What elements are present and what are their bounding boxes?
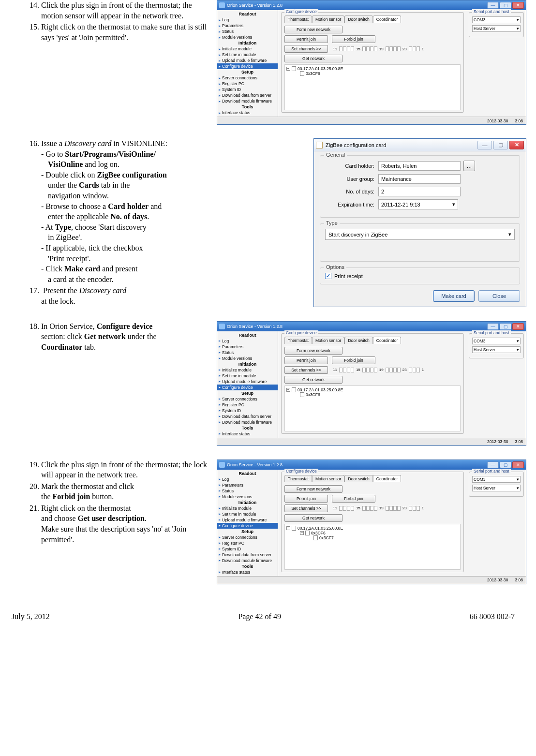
user-group-input[interactable]: Maintenance — [378, 174, 461, 184]
sidebar-item-diagnostics[interactable]: ▸Diagnostics — [217, 116, 278, 117]
tree-child-2[interactable]: 0x3CF7 — [319, 535, 334, 540]
sidebar-item-configure-device[interactable]: ▸Configure device — [217, 523, 278, 529]
tab-motion-sensor[interactable]: Motion sensor — [312, 15, 344, 23]
tab-door-switch[interactable]: Door switch — [344, 337, 372, 344]
sidebar-item-interface-status[interactable]: ▸Interface status — [217, 431, 278, 437]
maximize-button[interactable]: ▢ — [500, 323, 511, 330]
tree-minus-icon[interactable]: − — [300, 531, 304, 535]
close-button[interactable]: ✕ — [512, 2, 524, 9]
get-network-button[interactable]: Get network — [284, 55, 342, 62]
sidebar-item-module-versions[interactable]: ▸Module versions — [217, 34, 278, 40]
forbid-join-button[interactable]: Forbid join — [332, 35, 375, 43]
sidebar-item-register-pc[interactable]: ▸Register PC — [217, 402, 278, 408]
get-network-button[interactable]: Get network — [284, 514, 342, 522]
maximize-button[interactable]: ▢ — [493, 141, 508, 149]
sidebar-item-upload-firmware[interactable]: ▸Upload module firmware — [217, 379, 278, 385]
sidebar-item-download-firmware[interactable]: ▸Download module firmware — [217, 558, 278, 563]
no-of-days-input[interactable]: 2 — [378, 187, 461, 196]
sidebar-item-server-connections[interactable]: ▸Server connections — [217, 75, 278, 81]
sidebar-item-status[interactable]: ▸Status — [217, 29, 278, 34]
tree-child-1[interactable]: 0x3CF6 — [306, 71, 320, 76]
minimize-button[interactable]: — — [487, 2, 499, 9]
form-new-network-button[interactable]: Form new network — [284, 347, 342, 355]
tab-door-switch[interactable]: Door switch — [344, 15, 372, 23]
com-port-select[interactable]: COM3▾ — [472, 476, 521, 483]
sidebar-item-status[interactable]: ▸Status — [217, 488, 278, 494]
sidebar-item-system-id[interactable]: ▸System ID — [217, 408, 278, 414]
sidebar-item-parameters[interactable]: ▸Parameters — [217, 344, 278, 350]
host-select[interactable]: Host Server▾ — [472, 25, 521, 32]
sidebar-item-download-data[interactable]: ▸Download data from server — [217, 552, 278, 558]
tab-coordinator[interactable]: Coordinator — [373, 475, 401, 482]
print-receipt-checkbox[interactable]: ✓ Print receipt — [325, 273, 515, 279]
sidebar-item-download-firmware[interactable]: ▸Download module firmware — [217, 98, 278, 104]
sidebar-item-log[interactable]: ▸Log — [217, 476, 278, 482]
sidebar-item-register-pc[interactable]: ▸Register PC — [217, 81, 278, 87]
browse-card-holder-button[interactable]: … — [463, 161, 475, 171]
sidebar-item-configure-device[interactable]: ▸Configure device — [217, 385, 278, 390]
sidebar-item-interface-status[interactable]: ▸Interface status — [217, 110, 278, 116]
network-tree[interactable]: −00.17.2A.01.03.25.00.8E 0x3CF6 — [284, 64, 461, 110]
minimize-button[interactable]: — — [487, 323, 499, 330]
sidebar-item-system-id[interactable]: ▸System ID — [217, 546, 278, 552]
tab-thermostat[interactable]: Thermostat — [284, 15, 312, 23]
set-channels-button[interactable]: Set channels >> — [284, 504, 328, 512]
sidebar-item-set-time[interactable]: ▸Set time in module — [217, 511, 278, 517]
tree-minus-icon[interactable]: − — [286, 388, 290, 392]
card-holder-input[interactable]: Roberts, Helen — [378, 161, 461, 171]
sidebar-item-set-time[interactable]: ▸Set time in module — [217, 52, 278, 58]
sidebar-item-status[interactable]: ▸Status — [217, 350, 278, 356]
sidebar-item-interface-status[interactable]: ▸Interface status — [217, 569, 278, 575]
tab-coordinator[interactable]: Coordinator — [373, 15, 401, 23]
sidebar-item-initialize[interactable]: ▸Initialize module — [217, 505, 278, 511]
sidebar-item-register-pc[interactable]: ▸Register PC — [217, 540, 278, 546]
close-dialog-button[interactable]: Close — [478, 290, 520, 302]
form-new-network-button[interactable]: Form new network — [284, 26, 342, 33]
close-button[interactable]: ✕ — [512, 461, 524, 468]
make-card-button[interactable]: Make card — [433, 290, 475, 302]
sidebar-item-diagnostics[interactable]: ▸Diagnostics — [217, 575, 278, 576]
host-select[interactable]: Host Server▾ — [472, 346, 521, 353]
sidebar-item-configure-device[interactable]: ▸Configure device — [217, 63, 278, 69]
tab-motion-sensor[interactable]: Motion sensor — [312, 337, 344, 344]
tab-door-switch[interactable]: Door switch — [344, 475, 372, 482]
sidebar-item-parameters[interactable]: ▸Parameters — [217, 23, 278, 29]
sidebar-item-upload-firmware[interactable]: ▸Upload module firmware — [217, 517, 278, 523]
minimize-button[interactable]: — — [487, 461, 499, 468]
network-tree[interactable]: −00.17.2A.01.03.25.00.8E 0x3CF6 — [284, 385, 461, 431]
form-new-network-button[interactable]: Form new network — [284, 485, 342, 493]
sidebar-item-download-firmware[interactable]: ▸Download module firmware — [217, 419, 278, 425]
close-button[interactable]: ✕ — [509, 141, 524, 149]
sidebar-item-parameters[interactable]: ▸Parameters — [217, 482, 278, 488]
set-channels-button[interactable]: Set channels >> — [284, 45, 328, 53]
maximize-button[interactable]: ▢ — [500, 2, 511, 9]
forbid-join-button[interactable]: Forbid join — [332, 495, 375, 503]
sidebar-item-server-connections[interactable]: ▸Server connections — [217, 396, 278, 402]
tree-child-1[interactable]: 0x3CF6 — [306, 392, 320, 397]
forbid-join-button[interactable]: Forbid join — [332, 356, 375, 364]
sidebar-item-system-id[interactable]: ▸System ID — [217, 87, 278, 92]
permit-join-button[interactable]: Permit join — [284, 35, 328, 43]
set-channels-button[interactable]: Set channels >> — [284, 366, 328, 374]
host-select[interactable]: Host Server▾ — [472, 485, 521, 491]
sidebar-item-set-time[interactable]: ▸Set time in module — [217, 373, 278, 379]
permit-join-button[interactable]: Permit join — [284, 356, 328, 364]
tab-coordinator[interactable]: Coordinator — [373, 337, 401, 344]
sidebar-item-initialize[interactable]: ▸Initialize module — [217, 46, 278, 52]
sidebar-item-module-versions[interactable]: ▸Module versions — [217, 356, 278, 361]
sidebar-item-diagnostics[interactable]: ▸Diagnostics — [217, 437, 278, 438]
tab-thermostat[interactable]: Thermostat — [284, 337, 312, 344]
sidebar-item-log[interactable]: ▸Log — [217, 338, 278, 344]
com-port-select[interactable]: COM3▾ — [472, 16, 521, 23]
tree-root[interactable]: 00.17.2A.01.03.25.00.8E — [298, 387, 343, 392]
minimize-button[interactable]: — — [477, 141, 492, 149]
sidebar-item-module-versions[interactable]: ▸Module versions — [217, 494, 278, 500]
tree-minus-icon[interactable]: − — [286, 526, 290, 530]
maximize-button[interactable]: ▢ — [500, 461, 511, 468]
permit-join-button[interactable]: Permit join — [284, 495, 328, 503]
tab-thermostat[interactable]: Thermostat — [284, 475, 312, 482]
tree-minus-icon[interactable]: − — [286, 67, 290, 71]
get-network-button[interactable]: Get network — [284, 376, 342, 384]
sidebar-item-log[interactable]: ▸Log — [217, 17, 278, 23]
tree-root[interactable]: 00.17.2A.01.03.25.00.8E — [298, 66, 343, 71]
